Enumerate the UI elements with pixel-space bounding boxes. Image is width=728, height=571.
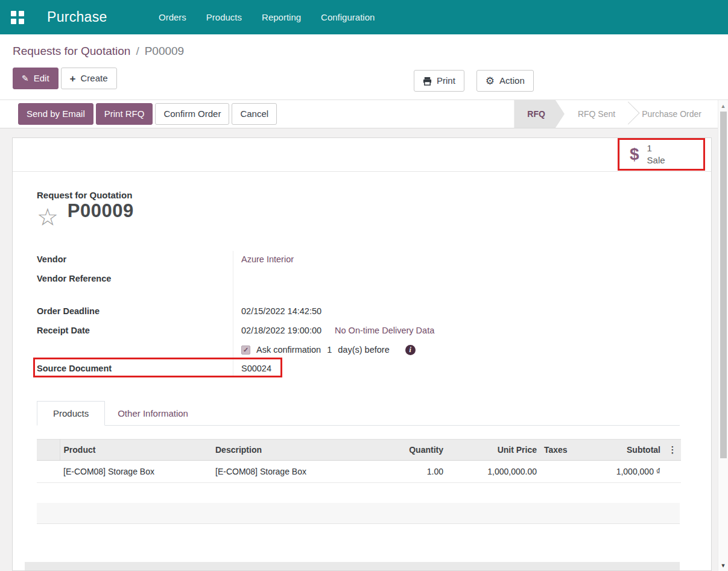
sale-count: 1 bbox=[647, 142, 665, 154]
vendor-reference-label: Vendor Reference bbox=[37, 274, 233, 283]
cell-description: [E-COM08] Storage Box bbox=[212, 461, 359, 483]
cell-product: [E-COM08] Storage Box bbox=[60, 461, 212, 483]
confirm-order-button[interactable]: Confirm Order bbox=[155, 103, 229, 125]
handle-column-header bbox=[37, 440, 60, 461]
vendor-row: Vendor Azure Interior bbox=[37, 250, 471, 269]
empty-line bbox=[37, 524, 680, 543]
cell-subtotal: 1,000,000 ₫ bbox=[577, 461, 664, 483]
title-block: Request for Quotation ☆ P00009 bbox=[37, 190, 680, 222]
breadcrumb-current: P00009 bbox=[145, 45, 185, 58]
print-button-label: Print bbox=[437, 75, 455, 87]
order-deadline-label: Order Deadline bbox=[37, 306, 233, 316]
top-menu: Orders Products Reporting Configuration bbox=[159, 12, 375, 22]
statusbar: Send by Email Print RFQ Confirm Order Ca… bbox=[0, 100, 728, 128]
order-deadline-value: 02/15/2022 14:42:50 bbox=[241, 306, 321, 316]
cell-options bbox=[664, 461, 681, 483]
ask-confirmation-row: ✓ Ask confirmation 1 day(s) before i bbox=[37, 340, 471, 359]
totals-section-edge bbox=[25, 562, 680, 570]
action-button-label: Action bbox=[499, 75, 525, 87]
edit-button[interactable]: ✎ Edit bbox=[13, 68, 59, 89]
breadcrumb-parent-link[interactable]: Requests for Quotation bbox=[13, 45, 130, 58]
plus-icon: + bbox=[70, 74, 76, 84]
vertical-scrollbar[interactable]: ▲ ▼ bbox=[718, 100, 728, 571]
create-button[interactable]: + Create bbox=[61, 68, 117, 89]
print-button[interactable]: Print bbox=[414, 70, 464, 92]
receipt-date-label: Receipt Date bbox=[37, 326, 233, 335]
field-group: Vendor Azure Interior Vendor Reference O… bbox=[37, 250, 471, 377]
app-name[interactable]: Purchase bbox=[47, 9, 107, 25]
control-panel-right-buttons: Print ⚙ Action bbox=[414, 70, 534, 92]
sale-smart-button[interactable]: $ 1 Sale bbox=[619, 140, 703, 169]
col-subtotal: Subtotal bbox=[577, 440, 664, 461]
col-product: Product bbox=[60, 440, 212, 461]
sheet-body: Request for Quotation ☆ P00009 Vendor Az… bbox=[13, 190, 711, 543]
breadcrumb: Requests for Quotation / P00009 bbox=[13, 45, 728, 58]
apps-grid-icon[interactable] bbox=[11, 11, 24, 24]
order-deadline-row: Order Deadline 02/15/2022 14:42:50 bbox=[37, 301, 471, 321]
vendor-reference-row: Vendor Reference bbox=[37, 269, 471, 288]
scroll-down-icon[interactable]: ▼ bbox=[718, 563, 728, 569]
col-taxes: Taxes bbox=[540, 440, 577, 461]
vendor-label: Vendor bbox=[37, 254, 233, 264]
step-rfq[interactable]: RFQ bbox=[514, 100, 565, 128]
table-header-row: Product Description Quantity Unit Price … bbox=[37, 440, 681, 461]
receipt-date-value: 02/18/2022 19:00:00 bbox=[241, 326, 321, 335]
source-document-label: Source Document bbox=[37, 364, 233, 373]
page-title: P00009 bbox=[68, 200, 134, 222]
control-panel: Requests for Quotation / P00009 ✎ Edit +… bbox=[0, 34, 728, 100]
pencil-icon: ✎ bbox=[22, 74, 29, 83]
order-lines-table: Product Description Quantity Unit Price … bbox=[37, 439, 681, 483]
ask-confirmation-days: 1 bbox=[327, 345, 332, 355]
tab-other-information[interactable]: Other Information bbox=[105, 402, 201, 425]
table-row[interactable]: [E-COM08] Storage Box [E-COM08] Storage … bbox=[37, 461, 681, 483]
tab-products[interactable]: Products bbox=[37, 401, 105, 426]
action-button[interactable]: ⚙ Action bbox=[476, 70, 534, 92]
ask-confirmation-checkbox[interactable]: ✓ bbox=[241, 345, 250, 355]
vendor-value-link[interactable]: Azure Interior bbox=[241, 254, 294, 264]
breadcrumb-separator: / bbox=[136, 45, 139, 58]
order-lines: Product Description Quantity Unit Price … bbox=[37, 439, 680, 543]
menu-configuration[interactable]: Configuration bbox=[321, 12, 375, 22]
source-document-value: S00024 bbox=[241, 364, 271, 373]
on-time-delivery-link[interactable]: No On-time Delivery Data bbox=[335, 326, 434, 335]
menu-orders[interactable]: Orders bbox=[159, 12, 186, 22]
doc-type-label: Request for Quotation bbox=[37, 190, 680, 200]
sale-label: Sale bbox=[647, 154, 665, 166]
form-sheet: $ 1 Sale Request for Quotation ☆ P00009 bbox=[12, 137, 712, 571]
cancel-button[interactable]: Cancel bbox=[232, 103, 277, 125]
col-description: Description bbox=[212, 440, 359, 461]
notebook-tabs: Products Other Information bbox=[37, 401, 680, 426]
source-document-row: Source Document S00024 bbox=[37, 359, 471, 377]
cell-taxes bbox=[540, 461, 577, 483]
col-quantity: Quantity bbox=[359, 440, 447, 461]
menu-reporting[interactable]: Reporting bbox=[262, 12, 301, 22]
print-rfq-button[interactable]: Print RFQ bbox=[96, 103, 153, 125]
scroll-up-icon[interactable]: ▲ bbox=[718, 103, 728, 109]
gear-icon: ⚙ bbox=[486, 76, 495, 86]
cell-quantity: 1.00 bbox=[359, 461, 447, 483]
check-icon: ✓ bbox=[243, 347, 248, 353]
statusbar-buttons: Send by Email Print RFQ Confirm Order Ca… bbox=[18, 103, 277, 125]
send-by-email-button[interactable]: Send by Email bbox=[18, 103, 93, 125]
step-purchase-order[interactable]: Purchase Order bbox=[628, 100, 715, 128]
row-handle-cell bbox=[37, 461, 60, 483]
receipt-date-row: Receipt Date 02/18/2022 19:00:00 No On-t… bbox=[37, 321, 471, 340]
cell-unit-price: 1,000,000.00 bbox=[447, 461, 540, 483]
scrollbar-thumb[interactable] bbox=[720, 112, 727, 458]
control-panel-buttons: ✎ Edit + Create bbox=[13, 68, 728, 89]
menu-products[interactable]: Products bbox=[206, 12, 242, 22]
dollar-icon: $ bbox=[630, 145, 639, 164]
step-rfq-sent[interactable]: RFQ Sent bbox=[565, 100, 628, 128]
top-navbar: Purchase Orders Products Reporting Confi… bbox=[0, 0, 728, 34]
info-icon[interactable]: i bbox=[405, 345, 416, 355]
section-row bbox=[37, 503, 680, 524]
printer-icon bbox=[423, 77, 432, 86]
favorite-star-icon[interactable]: ☆ bbox=[37, 206, 59, 228]
optional-columns-icon[interactable]: ⋮ bbox=[664, 440, 681, 461]
ask-confirmation-suffix: day(s) before bbox=[338, 345, 389, 355]
create-button-label: Create bbox=[81, 72, 108, 84]
content-area: $ 1 Sale Request for Quotation ☆ P00009 bbox=[0, 128, 728, 571]
ask-confirmation-label: Ask confirmation bbox=[256, 345, 321, 355]
annotation-box-sale: $ 1 Sale bbox=[618, 138, 705, 171]
status-stepper: RFQ RFQ Sent Purchase Order bbox=[514, 100, 715, 128]
